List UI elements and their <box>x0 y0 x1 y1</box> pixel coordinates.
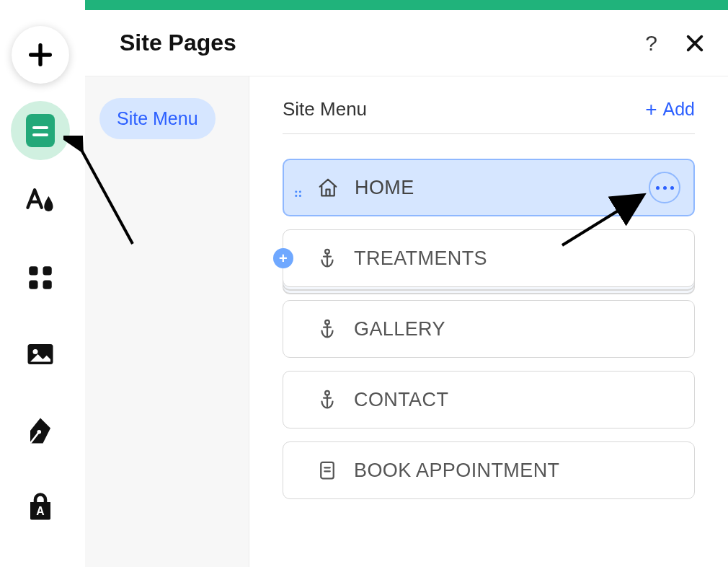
site-pages-panel: Site Pages ? Site Menu Site Menu + Add H… <box>85 10 728 567</box>
panel-main: Site Menu + Add HOME+TREATMENTSGALLERYCO… <box>249 76 728 567</box>
dots-icon <box>656 186 660 190</box>
add-element-button[interactable] <box>12 26 69 84</box>
pages-button[interactable] <box>11 101 70 160</box>
panel-header: Site Pages ? <box>85 10 728 76</box>
blog-button[interactable] <box>23 413 58 448</box>
site-menu-pill[interactable]: Site Menu <box>99 98 216 139</box>
shop-icon: A <box>25 492 56 522</box>
media-button[interactable] <box>23 337 58 372</box>
page-label: BOOK APPOINTMENT <box>354 460 559 482</box>
panel-title: Site Pages <box>120 30 236 56</box>
panel-body: Site Menu Site Menu + Add HOME+TREATMENT… <box>85 76 728 567</box>
plus-icon: + <box>645 100 657 120</box>
svg-point-5 <box>33 349 38 354</box>
anchor-icon <box>315 387 339 412</box>
page-label: GALLERY <box>354 318 445 340</box>
help-button[interactable]: ? <box>645 31 657 56</box>
drag-handle[interactable] <box>294 183 304 193</box>
svg-text:A: A <box>36 505 44 517</box>
anchor-icon <box>315 317 339 341</box>
page-list: HOME+TREATMENTSGALLERYCONTACTBOOK APPOIN… <box>283 159 695 499</box>
add-page-button[interactable]: + Add <box>645 99 695 120</box>
top-accent-bar <box>85 0 728 10</box>
svg-rect-1 <box>43 266 52 275</box>
pen-nib-icon <box>25 416 56 446</box>
page-label: TREATMENTS <box>354 247 487 270</box>
page-label: HOME <box>355 177 414 199</box>
main-header: Site Menu + Add <box>283 98 695 134</box>
drag-icon <box>294 190 304 200</box>
page-label: CONTACT <box>354 389 448 411</box>
svg-rect-0 <box>29 266 37 275</box>
page-item[interactable]: BOOK APPOINTMENT <box>283 441 695 499</box>
theme-button[interactable] <box>23 184 58 219</box>
image-icon <box>25 339 56 369</box>
page-item[interactable]: +TREATMENTS <box>283 229 695 287</box>
text-drop-icon <box>25 186 56 216</box>
home-icon <box>316 175 340 200</box>
page-more-button[interactable] <box>649 172 680 203</box>
page-icon <box>315 458 339 483</box>
svg-rect-2 <box>29 281 37 289</box>
question-icon: ? <box>645 31 657 55</box>
store-button[interactable]: A <box>23 490 58 524</box>
page-item[interactable]: HOME <box>283 159 695 216</box>
main-heading: Site Menu <box>283 98 367 120</box>
panel-sidebar: Site Menu <box>85 76 249 567</box>
svg-rect-3 <box>43 281 52 289</box>
plus-icon: + <box>279 250 288 267</box>
close-button[interactable] <box>683 32 706 55</box>
plus-icon <box>26 40 55 69</box>
apps-button[interactable] <box>23 260 58 295</box>
editor-toolbar: A <box>0 0 81 567</box>
add-label: Add <box>663 99 695 120</box>
page-item[interactable]: GALLERY <box>283 300 695 358</box>
grid-icon <box>25 263 56 293</box>
anchor-icon <box>315 246 339 271</box>
add-subpage-badge[interactable]: + <box>273 248 293 268</box>
page-item[interactable]: CONTACT <box>283 371 695 428</box>
page-icon <box>26 114 55 147</box>
close-icon <box>683 32 706 55</box>
